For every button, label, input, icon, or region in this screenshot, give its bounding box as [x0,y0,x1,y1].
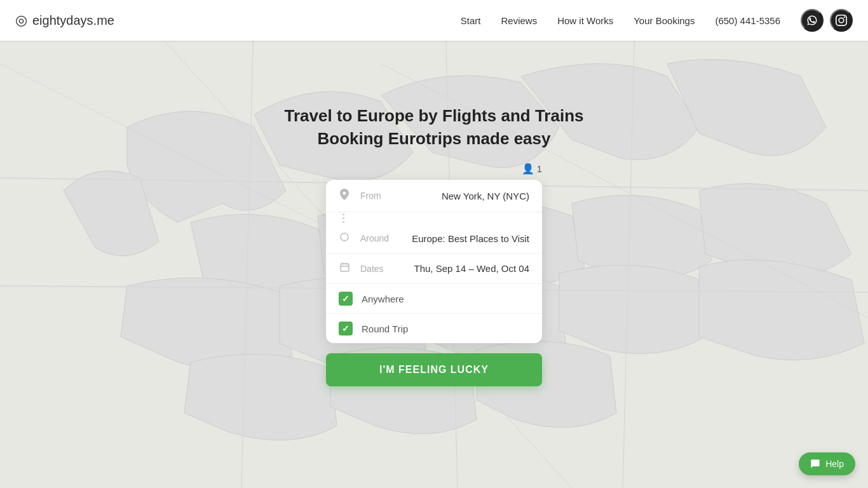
around-label: Around [360,233,395,243]
from-value: New York, NY (NYC) [405,191,529,201]
nav: Start Reviews How it Works Your Bookings… [461,9,853,32]
around-row[interactable]: Around Europe: Best Places to Visit [326,224,542,254]
main-content: Travel to Europe by Flights and Trains B… [0,41,868,488]
calendar-icon [339,262,350,274]
around-circle-icon [339,233,350,244]
nav-start[interactable]: Start [461,15,481,26]
dates-value: Thu, Sep 14 – Wed, Oct 04 [405,263,529,274]
hero-title: Travel to Europe by Flights and Trains B… [285,104,584,151]
round-trip-row[interactable]: Round Trip [326,314,542,343]
nav-how-it-works[interactable]: How it Works [557,15,613,26]
passengers-row: 👤 1 [326,163,542,175]
lucky-button[interactable]: I'M FEELING LUCKY [326,353,542,386]
logo[interactable]: ◎ eightydays.me [15,12,114,29]
from-row[interactable]: From New York, NY (NYC) [326,180,542,212]
round-trip-label: Round Trip [362,323,408,334]
round-trip-checkbox[interactable] [339,322,353,336]
whatsapp-button[interactable] [801,9,824,32]
logo-icon: ◎ [15,12,27,29]
phone-number: (650) 441-5356 [715,15,780,26]
location-pin-icon [339,189,350,203]
dates-row[interactable]: Dates Thu, Sep 14 – Wed, Oct 04 [326,254,542,284]
search-card: From New York, NY (NYC) Around [326,180,542,343]
help-button[interactable]: Help [799,452,855,475]
dates-label: Dates [360,264,395,274]
instagram-button[interactable] [830,9,853,32]
svg-rect-10 [341,264,349,271]
anywhere-label: Anywhere [362,294,404,304]
around-value: Europe: Best Places to Visit [405,233,529,244]
nav-reviews[interactable]: Reviews [501,15,537,26]
rows-container: From New York, NY (NYC) Around [326,180,542,343]
passenger-count: 1 [537,163,542,174]
anywhere-row[interactable]: Anywhere [326,284,542,314]
hero-title-line1: Travel to Europe by Flights and Trains [285,106,584,125]
header: ◎ eightydays.me Start Reviews How it Wor… [0,0,868,41]
help-icon [810,459,820,469]
svg-point-9 [341,233,348,241]
help-label: Help [825,459,844,469]
logo-text: eightydays.me [32,13,114,28]
person-icon: 👤 [522,163,534,175]
anywhere-checkbox[interactable] [339,292,353,306]
hero-title-line2: Booking Eurotrips made easy [318,129,551,148]
connector-row [326,212,542,224]
connector-dots [339,214,348,223]
from-label: From [360,191,395,201]
nav-bookings[interactable]: Your Bookings [634,15,695,26]
social-icons [801,9,853,32]
